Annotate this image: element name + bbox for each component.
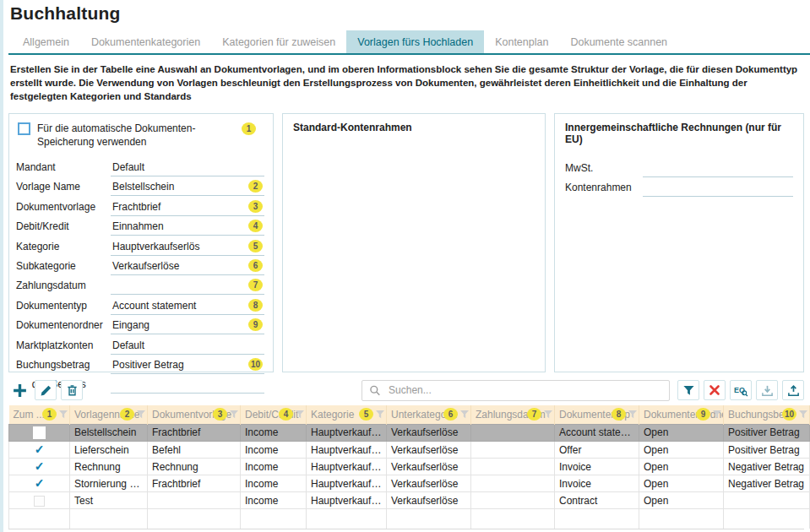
column-filter-icon[interactable]	[137, 410, 145, 419]
row-checkbox-cell[interactable]: ✓	[9, 442, 70, 459]
col-header-zahlungsdatum[interactable]: Zahlungsdatum7	[471, 405, 555, 424]
column-filter-icon[interactable]	[376, 410, 384, 419]
cell-kategorie[interactable]: Hauptverkaufserl...	[307, 492, 387, 509]
column-filter-icon[interactable]	[628, 410, 637, 419]
cell-vorlagenname[interactable]: Rechnung	[70, 459, 148, 475]
cell-dokumentenordner[interactable]: Open	[639, 424, 724, 441]
search-input[interactable]	[387, 383, 662, 397]
tab-dokumentenkategorien[interactable]: Dokumentenkategorien	[80, 30, 211, 53]
buchungsbetrag-input[interactable]: Positiver Betrag10	[111, 358, 264, 374]
add-button[interactable]	[8, 380, 30, 400]
cell-dokumententyp[interactable]: Invoice	[555, 475, 639, 492]
cell-dokumentvorlage[interactable]: Frachtbrief	[148, 475, 241, 492]
auto-save-checkbox-row[interactable]: Für die automatische Dokumenten-Speicher…	[18, 122, 264, 149]
row-checkbox-cell[interactable]	[9, 424, 70, 441]
cell-buchungsbetrag[interactable]: Positiver Betrag	[724, 424, 810, 441]
cell-debit-credit[interactable]: Income	[241, 442, 307, 459]
check-icon[interactable]: ✓	[35, 459, 45, 473]
tab-allgemein[interactable]: Allgemein	[12, 30, 80, 53]
tab-kontenplan[interactable]: Kontenplan	[484, 30, 559, 53]
cell-dokumententyp[interactable]: Offer	[555, 442, 639, 459]
search-box[interactable]	[362, 380, 670, 401]
cell-vorlagenname[interactable]: Test	[70, 492, 148, 509]
dokumententyp-input[interactable]: Account statement8	[111, 299, 264, 315]
auto-save-checkbox[interactable]	[18, 122, 30, 135]
column-filter-icon[interactable]	[460, 410, 469, 419]
mandant-input[interactable]: Default	[111, 161, 264, 176]
col-header-buchungsbetrag[interactable]: Buchungsbet10	[724, 405, 810, 424]
column-filter-icon[interactable]	[230, 410, 238, 419]
vorlage-name-input[interactable]: Belstellschein2	[111, 180, 264, 196]
cell-unterkategorie[interactable]: Verkaufserlöse	[387, 492, 471, 509]
edit-button[interactable]	[35, 380, 57, 400]
cell-dokumententyp[interactable]: Contract	[555, 492, 639, 509]
kontenrahmen-input[interactable]	[643, 182, 793, 197]
cell-dokumentenordner[interactable]: Open	[639, 475, 724, 492]
column-filter-icon[interactable]	[544, 410, 552, 419]
cell-dokumentenordner[interactable]: Open	[639, 442, 724, 459]
row-checkbox-cell[interactable]: ✓	[9, 459, 70, 475]
cell-dokumentenordner[interactable]: Open	[639, 459, 724, 475]
table-row[interactable]: Test Income Hauptverkaufserl... Verkaufs…	[9, 492, 810, 509]
cell-debit-credit[interactable]: Income	[241, 492, 307, 509]
column-filter-icon[interactable]	[799, 410, 807, 419]
cell-dokumentvorlage[interactable]: Rechnung	[148, 459, 241, 475]
cell-buchungsbetrag[interactable]: Positiver Betrag	[724, 442, 810, 459]
col-header-debit-credit[interactable]: Debit/Credit4	[241, 405, 307, 424]
cell-zahlungsdatum[interactable]	[471, 475, 555, 492]
export-button[interactable]	[782, 380, 804, 400]
debit-kredit-input[interactable]: Einnahmen4	[111, 220, 264, 236]
cell-dokumentvorlage[interactable]	[148, 492, 241, 509]
marktplatzkonten-input[interactable]: Default	[111, 339, 264, 355]
cell-dokumententyp[interactable]: Account statement	[555, 424, 639, 441]
import-button[interactable]	[756, 380, 778, 400]
cell-zahlungsdatum[interactable]	[471, 424, 555, 441]
col-header-zum[interactable]: Zum ...1	[9, 405, 70, 424]
cell-buchungsbetrag[interactable]: Negativer Betrag	[724, 459, 810, 475]
col-header-dokumentvorlage[interactable]: Dokumentvorlage3	[148, 405, 241, 424]
cell-vorlagenname[interactable]: Stornierung eine...	[70, 475, 148, 492]
table-row[interactable]: ✓ Stornierung eine... Frachtbrief Income…	[9, 475, 810, 492]
cell-vorlagenname[interactable]: Belstellschein	[70, 424, 148, 441]
cell-debit-credit[interactable]: Income	[241, 459, 307, 475]
cell-zahlungsdatum[interactable]	[471, 459, 555, 475]
check-icon[interactable]: ✓	[35, 442, 45, 456]
cell-kategorie[interactable]: Hauptverkaufserl...	[307, 442, 387, 459]
column-filter-icon[interactable]	[296, 410, 304, 419]
col-header-dokumentenordner[interactable]: Dokumentenordner9	[639, 405, 724, 424]
col-header-unterkategorie[interactable]: Unterkategorie6	[387, 405, 471, 424]
cell-dokumententyp[interactable]: Invoice	[555, 459, 639, 475]
mwst-input[interactable]	[643, 162, 793, 177]
filter-button[interactable]	[677, 380, 699, 400]
cell-buchungsbetrag[interactable]	[724, 492, 810, 509]
row-checkbox-cell[interactable]: ✓	[9, 475, 70, 492]
col-header-vorlagenname[interactable]: Vorlagenname2	[70, 405, 148, 424]
cell-kategorie[interactable]: Hauptverkaufserl...	[307, 424, 387, 441]
cell-unterkategorie[interactable]: Verkaufserlöse	[387, 459, 471, 475]
tab-dokumente-scannen[interactable]: Dokumente scannen	[559, 30, 678, 53]
row-checkbox-cell[interactable]	[9, 492, 70, 509]
row-checkbox-unchecked[interactable]	[33, 426, 46, 439]
cell-kategorie[interactable]: Hauptverkaufserl...	[307, 459, 387, 475]
cell-vorlagenname[interactable]: Lieferschein	[70, 442, 148, 459]
cell-dokumentvorlage[interactable]: Befehl	[148, 442, 241, 459]
kategorie-input[interactable]: Hauptverkaufserlös5	[111, 240, 264, 256]
check-icon[interactable]: ✓	[35, 476, 45, 490]
cell-zahlungsdatum[interactable]	[471, 492, 555, 509]
cell-debit-credit[interactable]: Income	[241, 424, 307, 441]
cell-kategorie[interactable]: Hauptverkaufserl...	[307, 475, 387, 492]
zahlungsdatum-input[interactable]: 7	[111, 279, 264, 295]
cell-dokumentvorlage[interactable]: Frachtbrief	[148, 424, 241, 441]
filter-builder-button[interactable]: EQ	[730, 380, 752, 400]
art-des-betrags-input[interactable]	[111, 378, 264, 394]
col-header-dokumententyp[interactable]: Dokumententyp8	[555, 405, 639, 424]
cell-zahlungsdatum[interactable]	[471, 442, 555, 459]
table-row[interactable]: ✓ Lieferschein Befehl Income Hauptverkau…	[9, 442, 810, 459]
table-row[interactable]: ✓ Rechnung Rechnung Income Hauptverkaufs…	[9, 459, 810, 475]
dokumentvorlage-input[interactable]: Frachtbrief3	[111, 200, 264, 216]
row-checkbox-unchecked[interactable]	[34, 496, 45, 507]
dokumentenordner-input[interactable]: Eingang9	[111, 318, 264, 334]
table-row[interactable]: Belstellschein Frachtbrief Income Hauptv…	[9, 424, 810, 441]
subkategorie-input[interactable]: Verkaufserlöse6	[111, 259, 264, 275]
cell-debit-credit[interactable]: Income	[241, 475, 307, 492]
